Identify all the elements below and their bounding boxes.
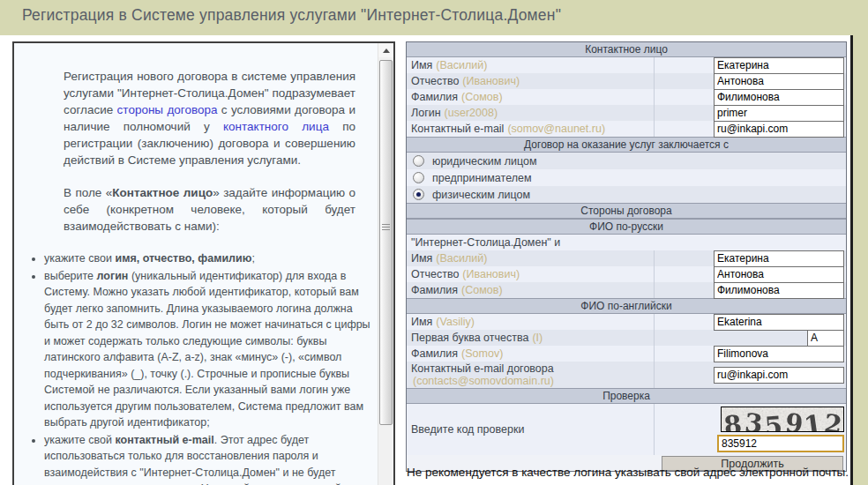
text-link[interactable]: контактного лица <box>223 120 329 133</box>
form-row-en-last-name: Фамилия(Somov) <box>407 346 846 362</box>
patronymic-letter-input[interactable] <box>807 330 844 347</box>
radio-label: физическим лицом <box>432 189 530 201</box>
form-row-contact-email: Контактный e-mail(somov@naunet.ru) <box>407 121 846 137</box>
field-label: Фамилия <box>411 91 458 103</box>
en-last-name-input[interactable] <box>714 346 844 362</box>
form-row-captcha: Введите код проверки 8 <box>407 404 846 455</box>
section-header-russian-name: ФИО по-русски <box>407 219 846 235</box>
login-note: Не рекомендуется в качестве логина указы… <box>407 466 849 479</box>
list-item: укажите свои имя, отчество, фамилию; <box>44 250 373 267</box>
radio-row-entrepreneur: предпринимателем <box>407 169 846 186</box>
form-row-contract-email: Контактный e-mail договора(contacts@somo… <box>407 362 846 388</box>
field-hint: (Сомов) <box>461 284 503 296</box>
field-label: Логин <box>411 107 441 119</box>
page-title: Регистрация в Системе управления услугам… <box>22 6 561 25</box>
scrollbar-thumb[interactable] <box>379 60 393 425</box>
entrepreneur-radio[interactable] <box>413 172 424 183</box>
section-header-english-name: ФИО по-английски <box>407 298 846 314</box>
content-area: Регистрация нового договора в системе уп… <box>0 35 853 485</box>
field-label: Отчество <box>411 268 459 280</box>
field-hint: (I) <box>532 332 542 344</box>
field-label: Фамилия <box>411 347 458 360</box>
info-panel: Регистрация нового договора в системе уп… <box>12 41 395 485</box>
field-hint: (Иванович) <box>462 75 520 87</box>
field-label: Отчество <box>411 75 459 87</box>
radio-label: юридическим лицом <box>432 155 537 168</box>
field-label: Первая буква отчества <box>411 332 528 344</box>
form-row-ru-middle-name: Отчество(Иванович) <box>407 266 846 282</box>
field-label: Контактный e-mail договора <box>411 362 554 375</box>
contact-email-input[interactable] <box>714 121 844 138</box>
info-bullet-list: укажите свои имя, отчество, фамилию; выб… <box>21 250 373 485</box>
login-input[interactable] <box>714 105 844 122</box>
field-label: Имя <box>411 316 432 328</box>
legal-entity-radio[interactable] <box>413 155 424 167</box>
section-header-parties: Стороны договора <box>407 203 846 219</box>
contract-email-input[interactable] <box>714 367 844 384</box>
en-first-name-input[interactable] <box>714 314 844 331</box>
field-hint: (user2008) <box>445 107 498 119</box>
contract-middle-name-input[interactable] <box>714 266 844 283</box>
captcha-image: 8 3 5 9 1 2 <box>721 407 844 432</box>
radio-row-legal-entity: юридическим лицом <box>407 153 846 169</box>
svg-text:2: 2 <box>822 408 843 432</box>
info-text: Регистрация нового договора в системе уп… <box>14 43 378 485</box>
form-row-parties-intro: "Интернет-Столица.Домен" и <box>407 235 846 250</box>
field-hint: (Иванович) <box>462 268 520 280</box>
captcha-input[interactable] <box>717 435 844 452</box>
scrollbar[interactable] <box>378 43 393 485</box>
field-label: Контактный e-mail <box>411 123 504 135</box>
info-paragraph: В поле «Контактное лицо» задайте информа… <box>64 184 355 235</box>
info-paragraph: Регистрация нового договора в системе уп… <box>64 68 355 168</box>
field-hint: (Василий) <box>436 59 487 71</box>
parties-intro-label: "Интернет-Столица.Домен" и <box>411 236 560 249</box>
individual-radio[interactable] <box>413 189 424 200</box>
registration-page: Регистрация в Системе управления услугам… <box>0 0 868 485</box>
captcha-label: Введите код проверки <box>411 423 524 436</box>
section-header-contact: Контактное лицо <box>407 42 846 57</box>
form-row-ru-last-name: Фамилия(Сомов) <box>407 282 846 298</box>
form-row-last-name: Фамилия(Сомов) <box>407 89 846 105</box>
scroll-up-icon <box>383 48 390 53</box>
field-hint: (Василий) <box>436 252 487 265</box>
middle-name-input[interactable] <box>714 73 844 90</box>
form-row-en-first-name: Имя(Vasiliy) <box>407 314 846 330</box>
contract-first-name-input[interactable] <box>714 250 844 267</box>
section-header-party-type: Договор на оказание услуг заключается с <box>407 137 846 153</box>
first-name-input[interactable] <box>714 57 844 74</box>
list-item: выберите логин (уникальный идентификатор… <box>44 268 373 431</box>
form-row-first-name: Имя(Василий) <box>407 57 846 73</box>
text-link[interactable]: стороны договора <box>117 103 218 116</box>
contract-last-name-input[interactable] <box>714 282 844 299</box>
field-hint: (contacts@somovdomain.ru) <box>413 375 654 387</box>
svg-text:3: 3 <box>744 407 764 432</box>
field-hint: (Somov) <box>461 347 503 360</box>
field-hint: (somov@naunet.ru) <box>507 123 605 135</box>
section-header-check: Проверка <box>407 388 846 404</box>
registration-form: Контактное лицо Имя(Василий) Отчество(Ив… <box>406 41 847 472</box>
scroll-up-button[interactable] <box>378 43 393 57</box>
scrollbar-grip-icon <box>382 224 390 232</box>
radio-label: предпринимателем <box>432 172 532 184</box>
svg-text:5: 5 <box>764 410 784 432</box>
form-row-login: Логин(user2008) <box>407 105 846 121</box>
svg-text:8: 8 <box>722 409 744 432</box>
field-label: Имя <box>411 59 432 71</box>
radio-row-individual: физическим лицом <box>407 186 846 203</box>
form-row-middle-name: Отчество(Иванович) <box>407 73 846 89</box>
last-name-input[interactable] <box>714 89 844 106</box>
radio-dot-icon <box>416 192 421 197</box>
field-label: Фамилия <box>411 284 458 296</box>
field-label: Имя <box>411 252 432 265</box>
form-row-patronymic-letter: Первая буква отчества(I) <box>407 330 846 346</box>
list-item: укажите свой контактный e-mail. Этот адр… <box>44 432 373 485</box>
form-row-ru-first-name: Имя(Василий) <box>407 250 846 266</box>
field-hint: (Vasiliy) <box>436 316 475 328</box>
field-hint: (Сомов) <box>461 91 503 103</box>
